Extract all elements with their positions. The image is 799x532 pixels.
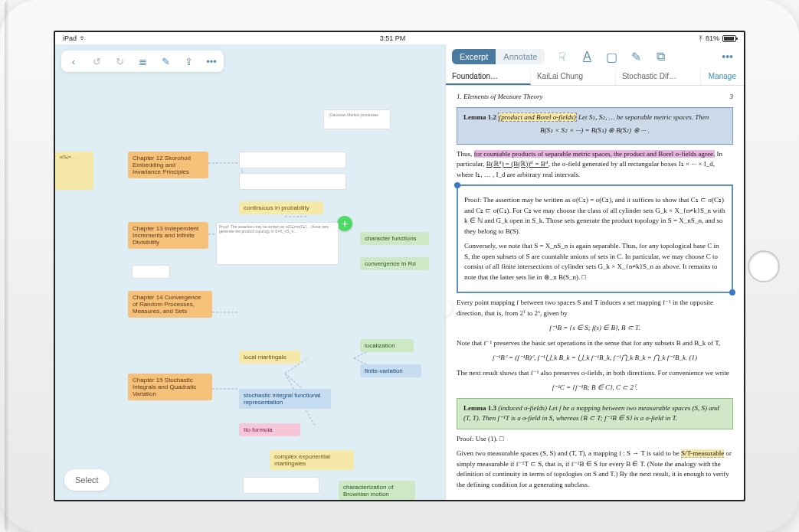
document-pane: ‹ › Excerpt Annotate ☟ A ▢ ✎ ⧉ ••• Fou (445, 44, 744, 500)
mm-node-char-brown[interactable]: characterization of Brownian motion (339, 481, 415, 500)
proof-selection-box[interactable]: Proof: The assertion may be written as σ… (457, 184, 733, 293)
redo-icon[interactable]: ↻ (112, 54, 127, 69)
more-icon[interactable]: ••• (204, 54, 219, 69)
manage-tabs-button[interactable]: Manage (701, 69, 744, 85)
battery-icon (722, 35, 736, 42)
select-button[interactable]: Select (64, 469, 110, 491)
mm-node-local-mart[interactable]: local martingale (239, 351, 300, 364)
mm-node-gaussian[interactable]: (Gaussian Markov processes (323, 109, 391, 129)
excerpt-thumb-proof[interactable]: Proof: The assertion may be written as σ… (216, 222, 339, 265)
wifi-icon: ᯤ (80, 34, 87, 42)
section-heading: 1. Elements of Measure Theory (457, 92, 542, 103)
page-number: 3 (730, 92, 734, 103)
crop-tool-icon[interactable]: ▢ (604, 50, 618, 64)
bluetooth-icon: ᛡ (699, 34, 702, 42)
mm-node-conv-rd[interactable]: convergence in Rd (360, 257, 429, 270)
document-tabs: Foundation… KaiLai Chung Stochastic Dif…… (446, 69, 744, 86)
add-node-button[interactable]: + (337, 216, 352, 231)
lasso-tool-icon[interactable]: ✎ (629, 50, 643, 64)
mm-node-finite-var[interactable]: finite-variation (360, 364, 421, 377)
mode-tabs: Excerpt Annotate (452, 49, 545, 64)
excerpt-thumb-2[interactable] (239, 152, 346, 168)
mm-node-char-fn[interactable]: character functions (360, 232, 429, 245)
highlighted-text[interactable]: for countable products of separable metr… (474, 150, 715, 158)
mindmap-pane[interactable]: ‹ ↺ ↻ ≣ ✎ ⇪ ••• σ(S₁)=… (Gaussian Markov… (55, 44, 445, 500)
hand-tool-icon[interactable]: ☟ (555, 50, 569, 64)
mm-node-complex-exp[interactable]: complex exponential martingales (270, 450, 354, 470)
device-label: iPad (63, 34, 77, 42)
list-icon[interactable]: ≣ (135, 54, 150, 69)
share-icon[interactable]: ⇪ (181, 54, 196, 69)
right-toolbar: Excerpt Annotate ☟ A ▢ ✎ ⧉ ••• (446, 44, 744, 69)
mm-node-cont-prob[interactable]: continuous in probability (239, 201, 323, 214)
left-toolbar: ‹ ↺ ↻ ≣ ✎ ⇪ ••• (61, 51, 224, 72)
mm-node-ch14[interactable]: Chapter 14 Convergence of Random Process… (128, 291, 212, 318)
excerpt-thumb-small[interactable] (132, 265, 170, 279)
excerpt-thumb-4[interactable] (243, 477, 319, 494)
mm-node-ch15[interactable]: Chapter 15 Stochastic Integrals and Quad… (128, 374, 212, 400)
excerpt-thumb-3[interactable] (239, 173, 346, 190)
home-button[interactable] (748, 250, 780, 282)
right-more-icon[interactable]: ••• (717, 51, 738, 63)
doc-tab-foundation[interactable]: Foundation… (446, 69, 531, 85)
edit-icon[interactable]: ✎ (158, 54, 173, 69)
doc-tab-kailai[interactable]: KaiLai Chung (531, 69, 616, 85)
lemma-1-3-box[interactable]: Lemma 1.3 (induced σ-fields) Let f be a … (457, 398, 733, 429)
excerpt-mode-tab[interactable]: Excerpt (452, 49, 496, 64)
mm-node-ch12[interactable]: Chapter 12 Skorohod Embedding and Invari… (128, 152, 208, 178)
mm-node-ito[interactable]: Ito formula (239, 423, 300, 436)
copy-tool-icon[interactable]: ⧉ (653, 50, 667, 64)
annotate-mode-tab[interactable]: Annotate (496, 49, 545, 64)
document-body[interactable]: 1. Elements of Measure Theory 3 Lemma 1.… (446, 86, 744, 500)
mm-node-stoch-int[interactable]: stochastic integral functional represent… (239, 389, 331, 409)
doc-tab-stochastic[interactable]: Stochastic Dif… (616, 69, 701, 85)
lemma-1-2-box[interactable]: Lemma 1.2 (product and Borel σ-fields) L… (457, 107, 733, 145)
clock: 3:51 PM (380, 34, 406, 42)
mm-node-localization[interactable]: localization (360, 339, 414, 352)
underline-tool-icon[interactable]: A (580, 50, 594, 64)
excerpt-thumb[interactable]: σ(S₁)=… (55, 152, 93, 190)
undo-icon[interactable]: ↺ (89, 54, 104, 69)
battery-percent: 81% (706, 34, 719, 42)
status-bar: iPad ᯤ 3:51 PM ᛡ 81% (55, 32, 744, 44)
mm-node-ch13[interactable]: Chapter 13 Independent Increments and In… (128, 222, 208, 249)
back-icon[interactable]: ‹ (66, 54, 81, 69)
next-page-icon[interactable]: › (445, 302, 446, 313)
